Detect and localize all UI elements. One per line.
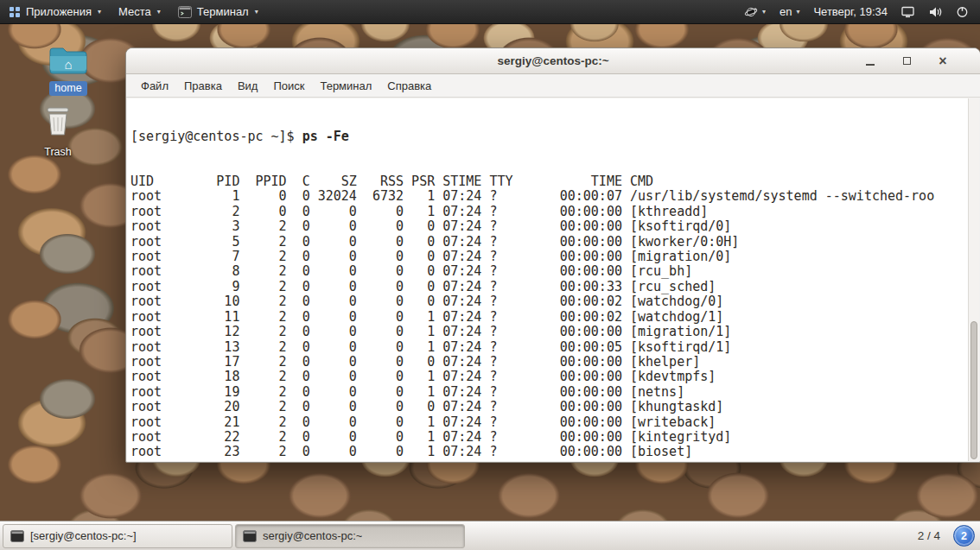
menu-view[interactable]: Вид bbox=[230, 76, 266, 96]
task-button-label: sergiy@centos-pc:~ bbox=[263, 529, 362, 542]
chevron-down-icon: ▾ bbox=[255, 8, 258, 16]
panel-status-area: ▾ en ▾ Четверг, 19:34 bbox=[740, 0, 980, 24]
workspace-pager[interactable]: 2 / 4 bbox=[907, 529, 951, 542]
trash-icon bbox=[41, 104, 75, 143]
display-indicator[interactable] bbox=[897, 0, 919, 24]
active-app-menu-label: Терминал bbox=[197, 5, 249, 18]
window-menubar: Файл Правка Вид Поиск Терминал Справка bbox=[126, 74, 980, 98]
prompt-line: [sergiy@centos-pc ~]$ ps -Fe bbox=[130, 130, 979, 144]
menu-edit[interactable]: Правка bbox=[176, 76, 230, 96]
terminal-command: ps -Fe bbox=[302, 129, 349, 144]
status-orbit-menu[interactable]: ▾ bbox=[740, 0, 770, 24]
menu-file[interactable]: Файл bbox=[133, 76, 176, 96]
window-titlebar[interactable]: sergiy@centos-pc:~ × bbox=[126, 48, 980, 74]
menu-terminal[interactable]: Терминал bbox=[312, 76, 379, 96]
close-button[interactable]: × bbox=[937, 48, 949, 73]
home-icon-label: home bbox=[49, 81, 86, 96]
screen: Приложения ▾ Места ▾ Терминал ▾ ▾ en ▾ bbox=[0, 0, 980, 550]
power-icon bbox=[956, 5, 969, 18]
home-folder-icon: ⌂ bbox=[48, 43, 88, 79]
terminal-icon bbox=[178, 6, 192, 18]
chevron-down-icon: ▾ bbox=[796, 8, 799, 16]
applications-icon bbox=[9, 6, 21, 18]
monitor-icon bbox=[901, 6, 914, 18]
clock-label: Четверг, 19:34 bbox=[813, 5, 888, 18]
chevron-down-icon: ▾ bbox=[157, 8, 161, 16]
trash-icon-label: Trash bbox=[39, 145, 77, 160]
minimize-button[interactable] bbox=[864, 48, 876, 73]
terminal-icon bbox=[243, 530, 257, 542]
top-panel: Приложения ▾ Места ▾ Терминал ▾ ▾ en ▾ bbox=[0, 0, 980, 24]
terminal-viewport[interactable]: [sergiy@centos-pc ~]$ ps -Fe UID PID PPI… bbox=[127, 98, 979, 461]
language-indicator[interactable]: en ▾ bbox=[775, 0, 804, 24]
places-menu[interactable]: Места ▾ bbox=[110, 0, 169, 24]
terminal-icon bbox=[10, 530, 24, 542]
terminal-window: sergiy@centos-pc:~ × Файл Правка Вид Пои… bbox=[125, 47, 980, 463]
active-app-menu[interactable]: Терминал ▾ bbox=[169, 0, 267, 24]
chevron-down-icon: ▾ bbox=[98, 8, 101, 16]
window-title: sergiy@centos-pc:~ bbox=[497, 54, 608, 67]
volume-icon bbox=[928, 6, 942, 18]
menu-search[interactable]: Поиск bbox=[265, 76, 312, 96]
task-button-minimized-terminal[interactable]: [sergiy@centos-pc:~] bbox=[3, 524, 232, 548]
desktop-icon-home[interactable]: ⌂ home bbox=[40, 43, 97, 96]
orbit-icon bbox=[744, 5, 758, 19]
svg-text:⌂: ⌂ bbox=[64, 57, 72, 72]
volume-indicator[interactable] bbox=[924, 0, 946, 24]
chevron-down-icon: ▾ bbox=[762, 8, 766, 16]
terminal-text: [sergiy@centos-pc ~]$ ps -Fe UID PID PPI… bbox=[127, 98, 979, 461]
taskbar: [sergiy@centos-pc:~] sergiy@centos-pc:~ … bbox=[0, 521, 980, 550]
workspace-badge[interactable]: 2 bbox=[953, 525, 975, 547]
language-label: en bbox=[780, 5, 792, 18]
terminal-scrollbar[interactable] bbox=[968, 98, 979, 461]
menu-help[interactable]: Справка bbox=[379, 76, 439, 96]
applications-menu-label: Приложения bbox=[26, 5, 92, 18]
desktop-icon-trash[interactable]: Trash bbox=[29, 104, 86, 160]
task-button-active-terminal[interactable]: sergiy@centos-pc:~ bbox=[235, 524, 465, 548]
terminal-prompt: [sergiy@centos-pc ~]$ bbox=[130, 129, 302, 144]
task-button-label: [sergiy@centos-pc:~] bbox=[30, 529, 137, 542]
clock[interactable]: Четверг, 19:34 bbox=[809, 0, 892, 24]
session-indicator[interactable] bbox=[951, 0, 973, 24]
places-menu-label: Места bbox=[118, 5, 151, 18]
applications-menu[interactable]: Приложения ▾ bbox=[0, 0, 110, 24]
window-controls: × bbox=[864, 48, 949, 73]
maximize-button[interactable] bbox=[900, 48, 913, 73]
scrollbar-thumb[interactable] bbox=[970, 321, 977, 459]
ps-output: UID PID PPID C SZ RSS PSR STIME TTY TIME… bbox=[130, 174, 979, 461]
